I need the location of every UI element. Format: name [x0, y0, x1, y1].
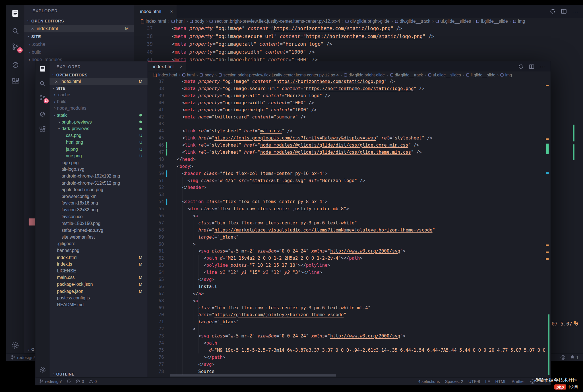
- tree-item-android-chrome-192x192.png[interactable]: android-chrome-192x192.png: [49, 173, 148, 180]
- tree-item-dark-previews[interactable]: ›dark-previews: [49, 125, 148, 132]
- code-line-40[interactable]: 40 <meta property="og:image:width" conte…: [148, 99, 545, 107]
- code-line-46[interactable]: 46 <link rel="stylesheet" href="node_mod…: [148, 142, 545, 149]
- status-formatter[interactable]: Prettier: [512, 379, 525, 384]
- split-editor-icon[interactable]: [561, 9, 567, 14]
- tree-item-alt-logo.svg[interactable]: alt-logo.svg: [49, 166, 148, 173]
- code-line-38[interactable]: 38 <meta property="og:image:secure_url" …: [134, 32, 577, 40]
- sync-icon[interactable]: [67, 379, 71, 384]
- code-line-73[interactable]: 73 <svg class="w-5 mr-2" viewBox="0 0 24…: [148, 333, 545, 340]
- code-line-78[interactable]: 78 Source: [148, 368, 545, 375]
- breadcrumb-item[interactable]: body: [190, 18, 204, 24]
- tree-item-css.png[interactable]: css.pngU: [49, 132, 148, 139]
- code-line-51[interactable]: 51 <img class="w-4/5" src="static/alt-lo…: [148, 177, 545, 184]
- close-icon[interactable]: ✕: [55, 80, 58, 84]
- breadcrumb-item[interactable]: ul.glide__slides: [428, 72, 461, 77]
- tree-item-logo.png[interactable]: logo.png: [49, 159, 148, 166]
- outline-section-header[interactable]: › OUTLINE: [49, 371, 148, 378]
- code-line-74[interactable]: 74 <path: [148, 340, 545, 347]
- breadcrumb-item[interactable]: div.glide.bright-glide: [344, 72, 385, 77]
- status-language[interactable]: HTML: [495, 379, 506, 384]
- tree-item-package.json[interactable]: package.jsonM: [49, 288, 148, 295]
- code-line-63[interactable]: 63 <polyline points="7 10 12 15 17 10"><…: [148, 262, 545, 269]
- code-line-65[interactable]: 65 </svg>: [148, 276, 545, 283]
- tree-item-safari-pinned-tab.svg[interactable]: safari-pinned-tab.svg: [49, 227, 148, 234]
- tree-item-js.png[interactable]: js.pngU: [49, 146, 148, 153]
- tree-item-browserconfig.xml[interactable]: browserconfig.xml: [49, 193, 148, 200]
- problems-warnings[interactable]: 0: [88, 379, 97, 384]
- code-line-76[interactable]: 76 ></path>: [148, 354, 545, 361]
- code-line-72[interactable]: 72 >: [148, 326, 545, 333]
- site-section-header[interactable]: › SITE: [49, 85, 148, 92]
- tree-item-package-lock.json[interactable]: package-lock.jsonM: [49, 281, 148, 288]
- tree-item-mstile-150x150.png[interactable]: mstile-150x150.png: [49, 220, 148, 227]
- tree-item-html.png[interactable]: html.pngU: [49, 139, 148, 146]
- code-line-66[interactable]: 66 Install: [148, 283, 545, 290]
- breadcrumb-item[interactable]: section.bright-preview.flex.justify-cent…: [219, 72, 339, 77]
- code-line-68[interactable]: 68 <a: [148, 297, 545, 305]
- code-line-57[interactable]: 57 class="btn flex flex-row items-center…: [148, 220, 545, 227]
- open-changes-icon[interactable]: [518, 64, 523, 69]
- tree-item-bright-previews[interactable]: ›bright-previews: [49, 119, 148, 126]
- tab-index-html[interactable]: index.html ×: [148, 61, 186, 71]
- feedback-smiley-icon[interactable]: [560, 355, 565, 360]
- problems-errors[interactable]: 0: [76, 379, 84, 384]
- code-line-42[interactable]: 42 <meta name="twitter:card" content="su…: [148, 114, 545, 121]
- settings-gear-icon[interactable]: [6, 340, 24, 351]
- tree-item-README.md[interactable]: README.md: [49, 301, 148, 308]
- code-line-40[interactable]: 40 <meta property="og:image:width" conte…: [134, 48, 577, 56]
- tree-item-index.js[interactable]: index.jsM: [49, 261, 148, 268]
- code-line-53[interactable]: 53: [148, 191, 545, 198]
- breadcrumb-item[interactable]: div.glide.bright-glide: [345, 18, 390, 24]
- code-line-75[interactable]: 75 d="M9 19c-5 1.5-5-2.5-7-3m14 6v-3.87a…: [148, 347, 545, 354]
- status-indentation[interactable]: Spaces: 2: [445, 379, 463, 384]
- tree-item-vue.png[interactable]: vue.pngU: [49, 153, 148, 159]
- more-actions-icon[interactable]: ···: [572, 8, 578, 14]
- breadcrumb-item[interactable]: img: [513, 18, 525, 24]
- search-icon[interactable]: [6, 25, 24, 36]
- code-line-56[interactable]: 56 <a: [148, 212, 545, 220]
- open-editor-index-html[interactable]: ✕ index.html M: [49, 78, 148, 85]
- horizontal-scrollbar[interactable]: [170, 374, 336, 377]
- status-encoding[interactable]: UTF-8: [468, 379, 480, 384]
- tree-item-.cache[interactable]: ›.cache: [49, 91, 148, 98]
- site-section-header[interactable]: › SITE: [24, 32, 134, 41]
- explorer-icon[interactable]: [6, 8, 24, 19]
- tree-item-index.html[interactable]: index.htmlM: [49, 254, 148, 261]
- tree-item-android-chrome-512x512.png[interactable]: android-chrome-512x512.png: [49, 180, 148, 186]
- code-line-55[interactable]: 55 <div class="flex flex-row items-cente…: [148, 205, 545, 212]
- close-icon[interactable]: ×: [170, 9, 173, 14]
- overview-ruler[interactable]: [545, 61, 551, 377]
- tree-item-build[interactable]: ›build: [49, 98, 148, 105]
- code-line-59[interactable]: 59 target="_blank": [148, 234, 545, 241]
- code-line-64[interactable]: 64 <line x1="12" y1="15" x2="12" y2="3">…: [148, 269, 545, 276]
- debug-icon[interactable]: [35, 109, 49, 120]
- code-line-54[interactable]: 54 <section class="flex flex-col items-c…: [148, 198, 545, 205]
- code-line-70[interactable]: 70 href="https://github.com/jolaleye/hor…: [148, 311, 545, 318]
- code-line-60[interactable]: 60 >: [148, 241, 545, 248]
- code-line-39[interactable]: 39 <meta property="og:image:alt" content…: [134, 40, 577, 48]
- breadcrumb-item[interactable]: index.html: [141, 18, 166, 24]
- search-icon[interactable]: [35, 78, 49, 89]
- tree-item-banner.png[interactable]: banner.png: [49, 247, 148, 254]
- code-line-37[interactable]: 37 <meta property="og:image" content="ht…: [148, 78, 545, 85]
- tree-item-apple-touch-icon.png[interactable]: apple-touch-icon.png: [49, 186, 148, 193]
- code-line-43[interactable]: 43: [148, 120, 545, 128]
- debug-icon[interactable]: [6, 59, 24, 70]
- breadcrumb-item[interactable]: index.html: [154, 72, 177, 77]
- tree-item-static[interactable]: ›static: [49, 112, 148, 119]
- code-line-67[interactable]: 67 </a>: [148, 290, 545, 297]
- status-selections[interactable]: 4 selections: [418, 379, 440, 384]
- breadcrumb-item[interactable]: body: [200, 72, 213, 77]
- close-icon[interactable]: ×: [180, 64, 183, 69]
- tree-item-postcss.config.js[interactable]: postcss.config.js: [49, 295, 148, 301]
- open-editors-header[interactable]: › OPEN EDITORS: [24, 17, 134, 25]
- tab-index-html[interactable]: index.html ×: [134, 5, 177, 18]
- open-changes-icon[interactable]: [550, 9, 555, 14]
- tree-item-.gitignore[interactable]: .gitignore: [49, 240, 148, 247]
- explorer-icon[interactable]: [35, 63, 49, 74]
- breadcrumb-item[interactable]: section.bright-preview.flex.justify-cent…: [210, 18, 340, 24]
- breadcrumb-item[interactable]: li.glide__slide: [476, 18, 508, 24]
- open-editors-header[interactable]: › OPEN EDITORS: [49, 72, 148, 78]
- code-line-45[interactable]: 45 <link href="https://fonts.googleapis.…: [148, 135, 545, 142]
- code-line-49[interactable]: 49 <body>: [148, 163, 545, 170]
